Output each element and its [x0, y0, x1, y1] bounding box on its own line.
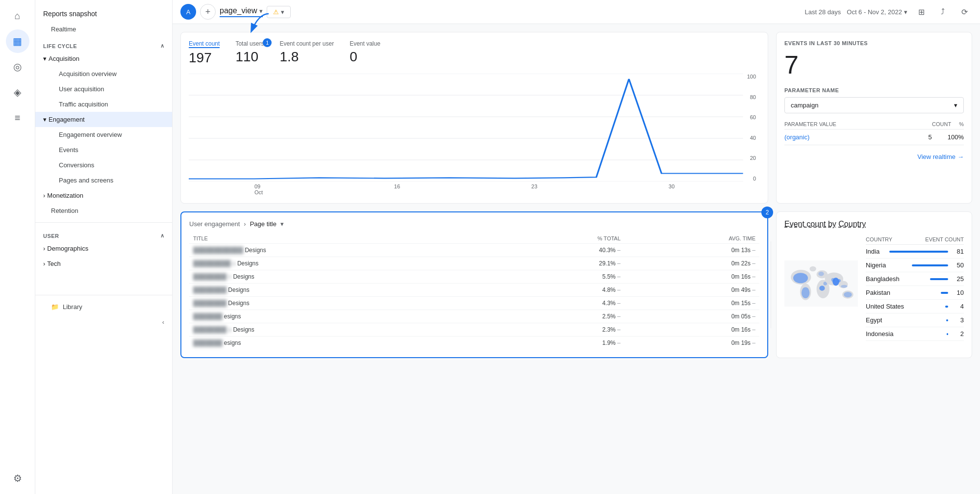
demographics-group[interactable]: › Demographics [35, 241, 172, 256]
library-icon: 📁 [51, 303, 59, 311]
lifecycle-collapse-icon[interactable]: ∧ [160, 43, 165, 49]
reports-snapshot-label[interactable]: Reports snapshot [35, 4, 172, 22]
col-avg-time: AVG. TIME [625, 234, 759, 244]
country-name-1: Nigeria [866, 261, 912, 269]
table-row[interactable]: ████████ n Designs 5.5% – 0m 16s – [189, 270, 759, 284]
engagement-group[interactable]: ▾ Engagement [35, 112, 172, 127]
sidebar-item-library[interactable]: 📁 Library [35, 299, 172, 314]
table-row[interactable]: ████████████ Designs 40.3% – 0m 13s – [189, 244, 759, 257]
sidebar-item-conversions[interactable]: Conversions [35, 157, 172, 173]
country-row: Pakistan 10 [866, 286, 964, 300]
warning-dropdown-icon[interactable]: ▾ [281, 8, 284, 16]
country-bar-cell-2: 25 [930, 275, 964, 283]
demographics-label: Demographics [47, 245, 164, 252]
table-row[interactable]: ███████ esigns 2.5% – 0m 05s – [189, 310, 759, 323]
add-comparison-button[interactable]: + [200, 4, 216, 20]
table-row[interactable]: ████████ Designs 4.3% – 0m 15s – [189, 297, 759, 310]
country-table-header: COUNTRY EVENT COUNT [866, 234, 964, 245]
realtime-panel-title: EVENTS IN LAST 30 MINUTES [784, 40, 964, 46]
monetization-group[interactable]: › Monetization [35, 188, 172, 203]
reports-nav-icon[interactable]: ▦ [6, 29, 29, 53]
country-name-4: United States [866, 303, 945, 310]
row-title-blurred-2: ████████ n [193, 273, 231, 280]
metric-event-count[interactable]: Event count 197 [189, 40, 220, 66]
country-row: Indonesia 2 [866, 327, 964, 341]
event-count-label: Event count [189, 40, 220, 48]
table-row[interactable]: █████████ a Designs 29.1% – 0m 22s – [189, 257, 759, 270]
row-pct-dash-5: – [617, 313, 621, 320]
view-realtime-label: View realtime [917, 153, 955, 160]
event-count-col-header: EVENT COUNT [925, 236, 964, 242]
row-avgtime-1: 0m 22s – [625, 257, 759, 270]
row-avgtime-dash-0: – [752, 247, 755, 254]
event-count-value: 197 [189, 50, 220, 66]
sidebar-item-pages-screens[interactable]: Pages and screens [35, 173, 172, 188]
country-row: United States 4 [866, 300, 964, 313]
country-row: India 81 [866, 245, 964, 259]
metric-total-users[interactable]: Total users 110 1 [235, 40, 264, 66]
date-range-selector[interactable]: Oct 6 - Nov 2, 2022 ▾ [847, 8, 907, 16]
sidebar-item-acquisition-overview[interactable]: Acquisition overview [35, 66, 172, 81]
card-right-divider [771, 241, 771, 328]
breadcrumb-parent[interactable]: User engagement [189, 220, 240, 228]
lifecycle-section-header[interactable]: Life cycle ∧ [35, 37, 172, 51]
tech-label: Tech [47, 260, 164, 267]
y-label-80: 80 [747, 94, 756, 100]
share-icon[interactable]: ⤴ [935, 4, 951, 20]
date-range-value: Oct 6 - Nov 2, 2022 [847, 8, 902, 16]
metric-event-count-per-user[interactable]: Event count per user 1.8 [279, 40, 334, 66]
sidebar-item-user-acquisition[interactable]: User acquisition [35, 81, 172, 97]
user-collapse-icon[interactable]: ∧ [160, 233, 165, 239]
metric-event-value[interactable]: Event value 0 [350, 40, 380, 66]
param-select-value: campaign [791, 102, 818, 109]
param-value-header: PARAMETER VALUE [784, 121, 836, 127]
sidebar-divider-1 [35, 222, 172, 223]
row-avgtime-dash-7: – [752, 339, 755, 346]
sidebar-item-traffic-acquisition[interactable]: Traffic acquisition [35, 97, 172, 112]
explore-chart-icon[interactable]: ⟳ [956, 4, 972, 20]
date-range-dropdown-icon: ▾ [904, 8, 907, 16]
world-map-svg [784, 234, 858, 333]
row-avgtime-dash-2: – [752, 273, 755, 280]
row-pct-dash-4: – [617, 300, 621, 307]
sidebar-item-engagement-overview[interactable]: Engagement overview [35, 127, 172, 142]
customize-icon[interactable]: ⊞ [913, 4, 929, 20]
country-bar-cell-6: 2 [947, 330, 964, 338]
country-bar-cell-0: 81 [889, 248, 964, 255]
avatar-button[interactable]: A [180, 4, 196, 20]
chart-area [189, 74, 743, 182]
table-row[interactable]: ████████ a Designs 2.3% – 0m 16s – [189, 323, 759, 337]
date-label: Last 28 days [805, 8, 841, 16]
col-pct-total: % TOTAL [504, 234, 625, 244]
country-row: Bangladesh 25 [866, 272, 964, 286]
configure-nav-icon[interactable]: ≡ [6, 106, 29, 130]
param-organic-value[interactable]: (organic) [784, 133, 929, 141]
acquisition-group[interactable]: ▾ Acquisition [35, 51, 172, 66]
table-row[interactable]: ████████ Designs 4.8% – 0m 49s – [189, 284, 759, 297]
country-count-5: 3 [952, 316, 964, 324]
advertise-nav-icon[interactable]: ◈ [6, 80, 29, 104]
row-title-0: ████████████ Designs [189, 244, 504, 257]
home-nav-icon[interactable]: ⌂ [6, 4, 29, 27]
sidebar-collapse-btn[interactable]: ‹ [35, 314, 172, 330]
user-engagement-table-card: 2 User engagement › Page title ▾ TITLE %… [180, 211, 768, 358]
country-count-4: 4 [952, 303, 964, 310]
map-title-country[interactable]: Country [838, 220, 866, 228]
user-section-header[interactable]: User ∧ [35, 227, 172, 241]
row-pct-5: 2.5% – [504, 310, 625, 323]
breadcrumb-dropdown-icon[interactable]: ▾ [280, 220, 284, 228]
sidebar-item-events[interactable]: Events [35, 142, 172, 157]
sidebar-item-retention[interactable]: Retention [35, 203, 172, 218]
event-count-per-user-value: 1.8 [279, 49, 334, 65]
table-row[interactable]: ███████ esigns 1.9% – 0m 19s – [189, 337, 759, 350]
row-avgtime-dash-3: – [752, 286, 755, 293]
breadcrumb-separator: › [244, 220, 246, 228]
param-select-dropdown[interactable]: campaign ▾ [784, 97, 964, 113]
sidebar-item-realtime[interactable]: Realtime [35, 22, 172, 37]
explore-nav-icon[interactable]: ◎ [6, 55, 29, 78]
tech-group[interactable]: › Tech [35, 256, 172, 271]
view-realtime-link[interactable]: View realtime → [784, 153, 964, 160]
country-bar-3 [941, 292, 948, 294]
settings-nav-icon[interactable]: ⚙ [6, 467, 29, 490]
row-avgtime-2: 0m 16s – [625, 270, 759, 284]
